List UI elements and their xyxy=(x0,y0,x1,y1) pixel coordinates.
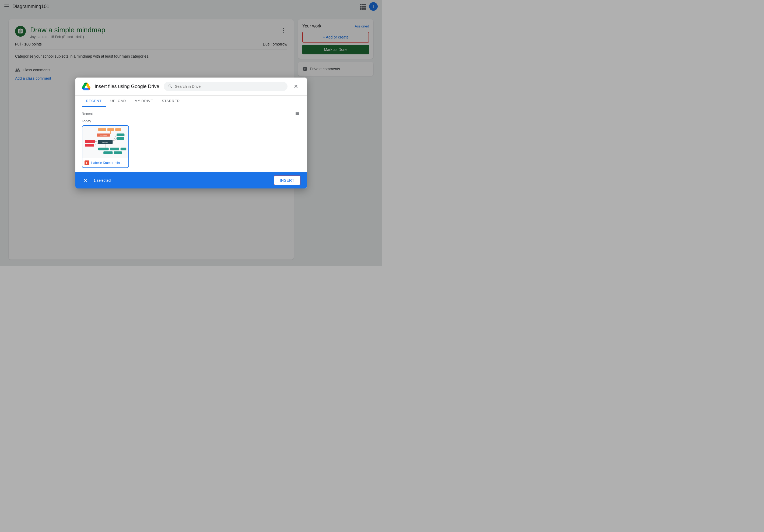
svg-rect-3 xyxy=(115,128,121,131)
svg-rect-2 xyxy=(107,128,113,131)
footer-close-button[interactable]: ✕ xyxy=(82,177,90,184)
svg-rect-9 xyxy=(116,137,124,140)
close-icon: ✕ xyxy=(294,83,298,89)
svg-text:connections: connections xyxy=(100,135,107,136)
search-icon xyxy=(168,84,173,89)
footer-close-icon: ✕ xyxy=(83,177,88,184)
tab-starred[interactable]: STARRED xyxy=(157,95,184,107)
tab-upload[interactable]: UPLOAD xyxy=(106,95,130,107)
tab-my-drive[interactable]: MY DRIVE xyxy=(130,95,157,107)
tab-recent[interactable]: RECENT xyxy=(82,95,106,107)
dialog-title: Insert files using Google Drive xyxy=(95,84,159,89)
dialog-date-label: Today xyxy=(76,118,307,125)
file-thumbnail: connections Subjects xyxy=(83,126,128,158)
svg-rect-13 xyxy=(85,144,94,147)
svg-rect-1 xyxy=(98,128,106,131)
svg-rect-21 xyxy=(103,151,112,154)
section-label-text: Recent xyxy=(82,112,93,116)
file-app-icon: L xyxy=(85,160,90,165)
view-list-icon xyxy=(295,111,299,116)
dialog-files-area: connections Subjects xyxy=(76,125,307,172)
dialog-close-button[interactable]: ✕ xyxy=(292,82,300,91)
file-name: Isabelle Kramer-min... xyxy=(91,161,126,165)
search-input[interactable] xyxy=(175,84,283,89)
dialog-header: Insert files using Google Drive ✕ xyxy=(76,78,307,95)
svg-rect-20 xyxy=(120,147,126,150)
dialog-tabs: RECENT UPLOAD MY DRIVE STARRED xyxy=(76,95,307,107)
dialog-body: Recent Today xyxy=(76,107,307,172)
google-drive-logo xyxy=(82,82,91,91)
svg-text:L: L xyxy=(86,162,88,164)
list-view-icon[interactable] xyxy=(294,110,300,117)
drive-dialog: Insert files using Google Drive ✕ RECENT… xyxy=(76,78,307,188)
mindmap-preview: connections Subjects xyxy=(83,126,128,158)
dialog-section-label: Recent xyxy=(76,107,307,118)
selected-count-text: 1 selected xyxy=(94,178,270,183)
svg-rect-12 xyxy=(85,140,95,143)
search-bar[interactable] xyxy=(164,82,287,91)
dialog-footer: ✕ 1 selected INSERT xyxy=(76,172,307,188)
svg-text:Subjects: Subjects xyxy=(102,141,108,143)
svg-rect-18 xyxy=(98,147,108,150)
svg-rect-8 xyxy=(116,133,124,136)
svg-rect-22 xyxy=(114,151,122,154)
svg-rect-19 xyxy=(110,147,119,150)
insert-button[interactable]: INSERT xyxy=(274,176,300,185)
file-name-bar: L Isabelle Kramer-min... xyxy=(83,158,128,167)
file-card[interactable]: connections Subjects xyxy=(82,125,129,168)
